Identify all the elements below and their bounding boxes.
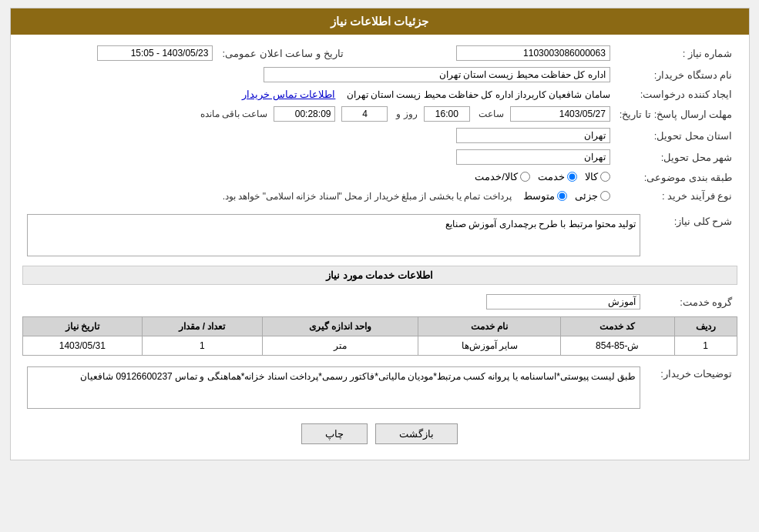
tabaghe-kala-khadamat: کالا/خدمت bbox=[475, 171, 530, 182]
main-container: جزئیات اطلاعات نیاز شماره نیاز : 1103003… bbox=[10, 8, 750, 460]
tarikh-saet-label: تاریخ و ساعت اعلان عمومی: bbox=[217, 42, 358, 64]
col-vahed: واحد اندازه گیری bbox=[262, 317, 418, 336]
mohlat-saat-label: ساعت bbox=[479, 109, 504, 119]
col-tedad: تعداد / مقدار bbox=[143, 317, 262, 336]
noue-farayand-radio-group: جزئی متوسط bbox=[523, 190, 610, 202]
page-title: جزئیات اطلاعات نیاز bbox=[331, 15, 428, 28]
table-cell-kod_khadamat: ش-85-854 bbox=[561, 336, 675, 356]
mohlat-saat: 16:00 bbox=[424, 106, 470, 122]
ijad-konande-link[interactable]: اطلاعات تماس خریدار bbox=[242, 89, 335, 100]
mohlat-date: 1403/05/27 bbox=[510, 106, 610, 122]
noue-farayand-note: پرداخت تمام یا بخشی از مبلغ خریدار از مح… bbox=[223, 191, 512, 202]
noue-farayand-label: نوع فرآیند خرید : bbox=[615, 187, 737, 205]
shomara-niaz-cell: 1103003086000063 bbox=[359, 42, 615, 64]
noue-jozii: جزئی bbox=[575, 190, 610, 202]
gorohe-grid: گروه خدمت: آموزش bbox=[22, 291, 737, 313]
table-cell-tarikh: 1403/05/31 bbox=[22, 336, 143, 356]
shahr-label: شهر محل تحویل: bbox=[615, 146, 737, 168]
radio-jozii[interactable] bbox=[600, 191, 610, 201]
shahr-value: تهران bbox=[456, 149, 610, 165]
noue-motevaset-label: متوسط bbox=[523, 190, 555, 202]
col-radif: ردیف bbox=[674, 317, 737, 336]
nam-dastgah-label: نام دستگاه خریدار: bbox=[615, 64, 737, 85]
sharh-cell: تولید محتوا مرتبط با طرح برچمداری آموزش … bbox=[22, 211, 645, 259]
توضیحات-area: طبق لیست پیوستی*اساسنامه یا پروانه کسب م… bbox=[27, 366, 640, 409]
ijad-konande-label: ایجاد کننده درخواست: bbox=[615, 85, 737, 103]
noue-motevaset: متوسط bbox=[523, 190, 567, 202]
radio-kala-khadamat[interactable] bbox=[520, 172, 530, 182]
nam-dastgah-cell: اداره کل حفاظت محیط زیست استان تهران bbox=[22, 64, 615, 85]
gorohe-label: گروه خدمت: bbox=[645, 291, 737, 313]
shomara-niaz-label: شماره نیاز : bbox=[615, 42, 737, 64]
tabaghe-khadamat: خدمت bbox=[538, 171, 577, 182]
services-table: ردیف کد خدمت نام خدمت واحد اندازه گیری ت… bbox=[22, 316, 737, 356]
table-cell-nam_khadamat: سایر آموزش‌ها bbox=[418, 336, 561, 356]
sharh-grid: شرح کلی نیاز: تولید محتوا مرتبط با طرح ب… bbox=[22, 211, 737, 259]
توضیحات-cell: طبق لیست پیوستی*اساسنامه یا پروانه کسب م… bbox=[22, 363, 645, 412]
tabaghe-cell: کالا خدمت کالا/خدمت bbox=[22, 168, 615, 187]
radio-khadamat[interactable] bbox=[567, 172, 577, 182]
radio-kala[interactable] bbox=[600, 172, 610, 182]
ostan-label: استان محل تحویل: bbox=[615, 125, 737, 146]
tabaghe-kala-label: کالا bbox=[585, 171, 598, 182]
ostan-value: تهران bbox=[456, 128, 610, 143]
ijad-konande-cell: سامان شافعیان کاربرداز اداره کل حفاظت مح… bbox=[22, 85, 615, 103]
mohlat-cell: 1403/05/27 ساعت 16:00 روز و 4 00:28:09 س… bbox=[22, 103, 615, 125]
page-header: جزئیات اطلاعات نیاز bbox=[11, 8, 749, 35]
mohlat-roz: 4 bbox=[341, 106, 388, 122]
mohlat-baghimande-label: ساعت باقی مانده bbox=[200, 109, 268, 119]
gorohe-cell: آموزش bbox=[22, 291, 645, 313]
tabaghe-radio-group: کالا خدمت کالا/خدمت bbox=[475, 171, 610, 182]
col-tarikh: تاریخ نیاز bbox=[22, 317, 143, 336]
tabaghe-kala-khadamat-label: کالا/خدمت bbox=[475, 171, 518, 182]
sharh-area: تولید محتوا مرتبط با طرح برچمداری آموزش … bbox=[27, 214, 640, 256]
table-cell-tedad: 1 bbox=[143, 336, 262, 356]
mohlat-label: مهلت ارسال پاسخ: تا تاریخ: bbox=[615, 103, 737, 125]
توضیحات-value: طبق لیست پیوستی*اساسنامه یا پروانه کسب م… bbox=[80, 371, 636, 382]
col-kod: کد خدمت bbox=[561, 317, 675, 336]
tarikh-saet-cell: 1403/05/23 - 15:05 bbox=[22, 42, 218, 64]
table-row: 1ش-85-854سایر آموزش‌هامتر11403/05/31 bbox=[22, 336, 737, 356]
توضیحات-label: توضیحات خریدار: bbox=[645, 363, 737, 412]
table-cell-vahed: متر bbox=[262, 336, 418, 356]
col-nam: نام خدمت bbox=[418, 317, 561, 336]
mohlat-roz-label: روز و bbox=[396, 109, 417, 119]
content-area: شماره نیاز : 1103003086000063 تاریخ و سا… bbox=[11, 35, 749, 460]
shahr-cell: تهران bbox=[22, 146, 615, 168]
section-khadamat-title: اطلاعات خدمات مورد نیاز bbox=[22, 266, 737, 285]
tabaghe-label: طبقه بندی موضوعی: bbox=[615, 168, 737, 187]
radio-motevaset[interactable] bbox=[557, 191, 567, 201]
noue-farayand-cell: جزئی متوسط پرداخت تمام یا بخشی از مبلغ خ… bbox=[22, 187, 615, 205]
button-row: بازگشت چاپ bbox=[22, 412, 737, 452]
noue-jozii-label: جزئی bbox=[575, 190, 598, 202]
shomara-niaz-value: 1103003086000063 bbox=[456, 45, 610, 61]
print-button[interactable]: چاپ bbox=[301, 423, 368, 444]
table-cell-radif: 1 bbox=[674, 336, 737, 356]
back-button[interactable]: بازگشت bbox=[375, 423, 458, 444]
توضیحات-grid: توضیحات خریدار: طبق لیست پیوستی*اساسنامه… bbox=[22, 363, 737, 412]
tabaghe-kala: کالا bbox=[585, 171, 610, 182]
ostan-cell: تهران bbox=[22, 125, 615, 146]
info-grid: شماره نیاز : 1103003086000063 تاریخ و سا… bbox=[22, 42, 737, 205]
sharh-value: تولید محتوا مرتبط با طرح برچمداری آموزش … bbox=[445, 219, 636, 229]
ijad-konande-value: سامان شافعیان کاربرداز اداره کل حفاظت مح… bbox=[347, 89, 610, 100]
gorohe-value: آموزش bbox=[486, 294, 640, 309]
tabaghe-khadamat-label: خدمت bbox=[538, 171, 565, 182]
mohlat-countdown: 00:28:09 bbox=[274, 106, 335, 122]
sharh-label: شرح کلی نیاز: bbox=[645, 211, 737, 259]
nam-dastgah-value: اداره کل حفاظت محیط زیست استان تهران bbox=[264, 67, 610, 82]
tarikh-saet-value: 1403/05/23 - 15:05 bbox=[97, 45, 213, 61]
